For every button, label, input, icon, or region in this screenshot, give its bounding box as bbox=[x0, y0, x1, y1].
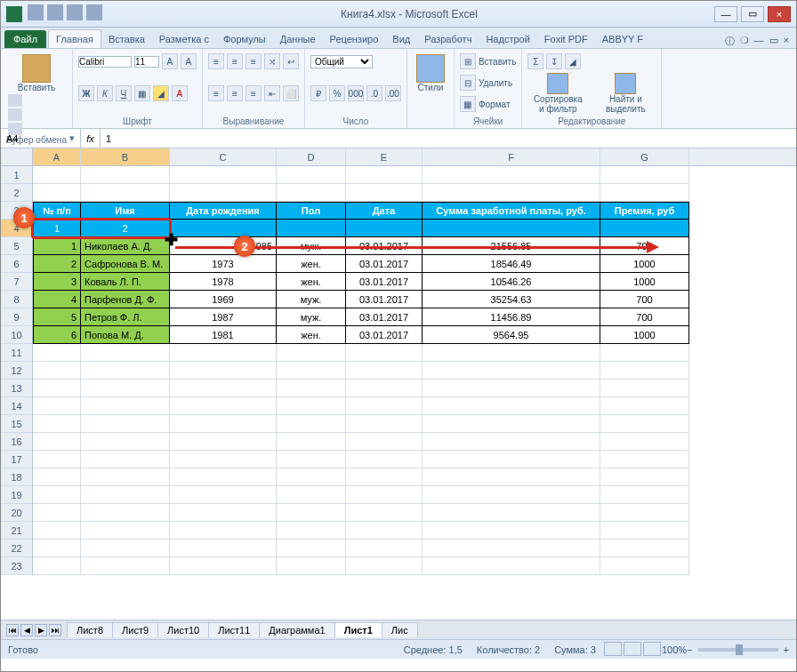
view-mode-buttons[interactable] bbox=[603, 642, 662, 658]
cell[interactable] bbox=[170, 220, 277, 237]
row-header[interactable]: 16 bbox=[1, 433, 32, 451]
align-top-icon[interactable]: ≡ bbox=[208, 53, 224, 69]
tab-insert[interactable]: Вставка bbox=[101, 30, 152, 48]
underline-button[interactable]: Ч bbox=[116, 85, 132, 101]
cell[interactable] bbox=[600, 504, 689, 522]
cut-icon[interactable] bbox=[8, 94, 22, 107]
chevron-down-icon[interactable]: ▾ bbox=[69, 132, 75, 144]
zoom-in-icon[interactable]: + bbox=[784, 644, 789, 655]
sheet-tab[interactable]: Лист9 bbox=[112, 622, 158, 637]
cell[interactable] bbox=[81, 344, 170, 362]
table-header[interactable]: Дата рождения bbox=[170, 202, 277, 220]
cell[interactable] bbox=[170, 451, 277, 468]
cell[interactable] bbox=[346, 540, 423, 557]
cell[interactable]: 2 bbox=[81, 220, 170, 237]
cell[interactable]: 9564.95 bbox=[423, 326, 600, 344]
cell[interactable] bbox=[170, 362, 277, 380]
cell[interactable] bbox=[346, 557, 423, 575]
cell[interactable] bbox=[170, 540, 277, 557]
row-header[interactable]: 20 bbox=[1, 504, 32, 522]
align-left-icon[interactable]: ≡ bbox=[208, 85, 224, 101]
col-header[interactable]: G bbox=[600, 148, 689, 165]
tab-view[interactable]: Вид bbox=[385, 30, 417, 48]
format-cells-button[interactable]: Формат bbox=[479, 100, 511, 109]
cell[interactable] bbox=[423, 504, 600, 522]
cell[interactable] bbox=[277, 433, 346, 451]
cell[interactable] bbox=[277, 344, 346, 362]
cell[interactable] bbox=[33, 468, 81, 486]
delete-cells-button[interactable]: Удалить bbox=[479, 78, 512, 88]
cell[interactable] bbox=[346, 220, 423, 237]
cell[interactable] bbox=[423, 451, 600, 468]
col-header[interactable]: C bbox=[170, 148, 277, 165]
cell[interactable]: 1981 bbox=[170, 326, 277, 344]
cell[interactable] bbox=[81, 380, 170, 397]
sheet-tab[interactable]: Лист1 bbox=[334, 622, 382, 637]
cell[interactable]: 4 bbox=[33, 291, 81, 308]
wrap-text-icon[interactable]: ↩ bbox=[283, 53, 299, 69]
tab-formulas[interactable]: Формулы bbox=[216, 30, 273, 48]
sheet-tab[interactable]: Лист10 bbox=[157, 622, 209, 637]
cell[interactable]: 1000 bbox=[600, 273, 689, 291]
border-button[interactable]: ▦ bbox=[134, 85, 150, 101]
cell[interactable] bbox=[346, 504, 423, 522]
cell[interactable]: Николаев А. Д. bbox=[81, 237, 170, 255]
quick-access-toolbar[interactable] bbox=[26, 4, 104, 24]
row-header[interactable]: 22 bbox=[1, 540, 32, 557]
cell[interactable] bbox=[600, 362, 689, 380]
cell[interactable] bbox=[423, 522, 600, 540]
cell[interactable]: 03.01.2017 bbox=[346, 308, 423, 326]
cell[interactable] bbox=[33, 415, 81, 433]
cell[interactable]: 1969 bbox=[170, 291, 277, 308]
tab-abbyy[interactable]: ABBYY F bbox=[595, 30, 650, 48]
tab-layout[interactable]: Разметка с bbox=[152, 30, 216, 48]
cell[interactable] bbox=[346, 468, 423, 486]
cell[interactable] bbox=[423, 557, 600, 575]
cell[interactable] bbox=[600, 468, 689, 486]
cell[interactable] bbox=[170, 415, 277, 433]
cell[interactable] bbox=[600, 220, 689, 237]
cell[interactable]: Коваль Л. П. bbox=[81, 273, 170, 291]
cell[interactable] bbox=[423, 433, 600, 451]
cell[interactable] bbox=[33, 397, 81, 415]
cell[interactable]: муж. bbox=[277, 308, 346, 326]
cell[interactable]: 03.01.2017 bbox=[346, 255, 423, 273]
row-header[interactable]: 5 bbox=[1, 237, 32, 255]
inc-decimal-icon[interactable]: .0 bbox=[366, 85, 382, 101]
cell[interactable] bbox=[423, 415, 600, 433]
cell[interactable] bbox=[81, 362, 170, 380]
cell[interactable] bbox=[33, 433, 81, 451]
sheet-tab[interactable]: Диаграмма1 bbox=[259, 622, 334, 637]
row-header[interactable]: 10 bbox=[1, 326, 32, 344]
cell[interactable] bbox=[600, 557, 689, 575]
cell[interactable] bbox=[346, 486, 423, 504]
zoom-out-icon[interactable]: − bbox=[687, 644, 692, 655]
cell[interactable] bbox=[170, 504, 277, 522]
cell[interactable] bbox=[81, 468, 170, 486]
row-header[interactable]: 19 bbox=[1, 486, 32, 504]
cell[interactable]: жен. bbox=[277, 255, 346, 273]
cell[interactable] bbox=[346, 415, 423, 433]
cell[interactable] bbox=[33, 344, 81, 362]
cell[interactable] bbox=[423, 362, 600, 380]
tab-developer[interactable]: Разработч bbox=[417, 30, 479, 48]
row-header[interactable]: 8 bbox=[1, 291, 32, 308]
cell[interactable]: Сафронова В. М. bbox=[81, 255, 170, 273]
clear-icon[interactable]: ◢ bbox=[565, 53, 581, 69]
cell[interactable] bbox=[81, 415, 170, 433]
cell[interactable] bbox=[423, 380, 600, 397]
select-all-corner[interactable] bbox=[1, 148, 33, 165]
italic-button[interactable]: К bbox=[97, 85, 113, 101]
cell[interactable] bbox=[277, 380, 346, 397]
cell[interactable] bbox=[600, 184, 689, 202]
cell[interactable] bbox=[81, 451, 170, 468]
cell[interactable] bbox=[277, 415, 346, 433]
cell[interactable]: 1978 bbox=[170, 273, 277, 291]
cell[interactable] bbox=[277, 540, 346, 557]
cell[interactable] bbox=[423, 220, 600, 237]
cell[interactable] bbox=[277, 362, 346, 380]
cell[interactable] bbox=[277, 397, 346, 415]
find-select-button[interactable]: Найти и выделить bbox=[595, 71, 656, 116]
cell[interactable] bbox=[33, 184, 81, 202]
table-header[interactable]: № п/п bbox=[33, 202, 81, 220]
